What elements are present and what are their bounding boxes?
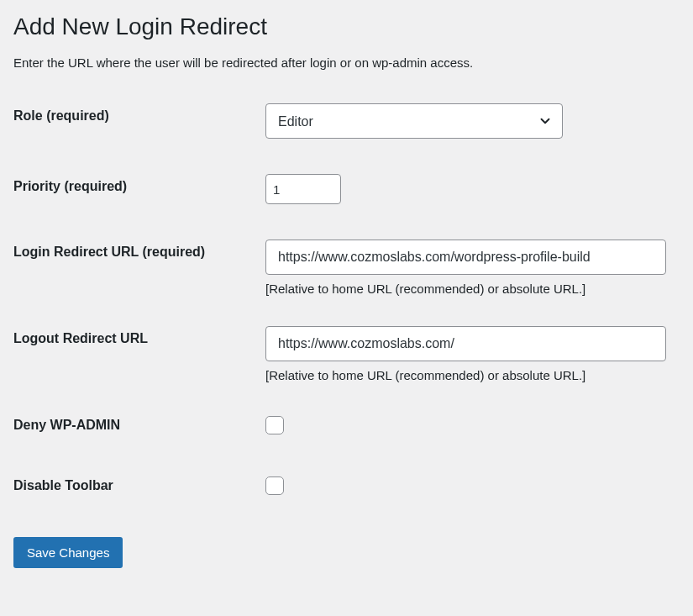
priority-input[interactable] [265, 174, 341, 204]
save-button[interactable]: Save Changes [13, 537, 123, 568]
disable-toolbar-label-text: Disable Toolbar [13, 478, 113, 492]
page-title: Add New Login Redirect [13, 13, 680, 40]
disable-toolbar-label: Disable Toolbar [13, 473, 265, 493]
logout-redirect-input[interactable] [265, 326, 666, 361]
login-redirect-label-text: Login Redirect URL [13, 245, 139, 259]
login-redirect-help: [Relative to home URL (recommended) or a… [265, 282, 680, 296]
priority-required-text: (required) [64, 179, 127, 193]
deny-wp-admin-checkbox[interactable] [265, 416, 284, 434]
priority-label-text: Priority [13, 179, 60, 193]
role-label: Role (required) [13, 103, 265, 124]
login-redirect-label: Login Redirect URL (required) [13, 240, 265, 260]
logout-redirect-label-text: Logout Redirect URL [13, 331, 148, 345]
deny-wp-admin-label-text: Deny WP-ADMIN [13, 418, 120, 432]
role-label-text: Role [13, 108, 43, 123]
priority-label: Priority (required) [13, 174, 265, 194]
deny-wp-admin-label: Deny WP-ADMIN [13, 413, 265, 433]
role-required-text: (required) [46, 108, 109, 123]
logout-redirect-label: Logout Redirect URL [13, 326, 265, 346]
login-redirect-required-text: (required) [143, 245, 206, 259]
disable-toolbar-checkbox[interactable] [265, 476, 284, 495]
login-redirect-input[interactable] [265, 240, 666, 275]
page-description: Enter the URL where the user will be red… [13, 55, 680, 70]
logout-redirect-help: [Relative to home URL (recommended) or a… [265, 368, 680, 382]
role-select[interactable]: Editor [265, 103, 563, 139]
